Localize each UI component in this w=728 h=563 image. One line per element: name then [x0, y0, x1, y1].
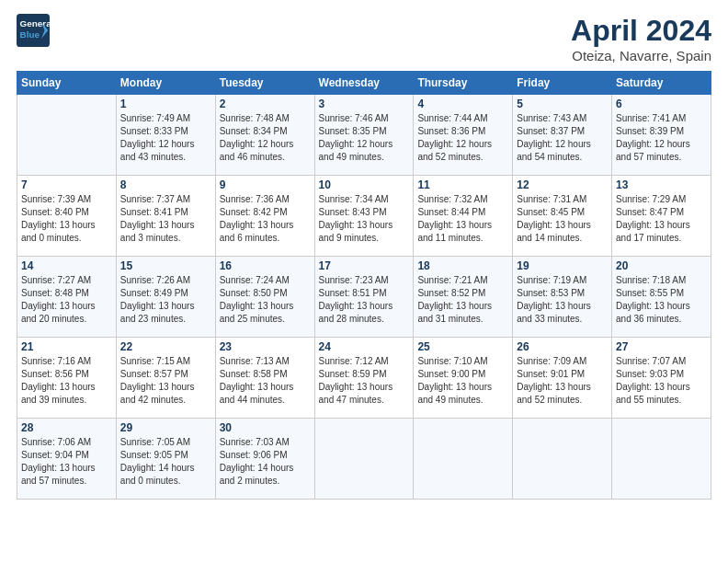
day-number: 24 [319, 340, 410, 353]
cell-1-1 [17, 95, 117, 176]
day-info: Sunrise: 7:18 AMSunset: 8:55 PMDaylight:… [616, 274, 707, 326]
day-number: 19 [517, 259, 608, 272]
title-area: April 2024 Oteiza, Navarre, Spain [571, 14, 711, 63]
day-info: Sunrise: 7:26 AMSunset: 8:49 PMDaylight:… [120, 274, 211, 326]
cell-1-6: 5Sunrise: 7:43 AMSunset: 8:37 PMDaylight… [513, 95, 612, 176]
cell-3-6: 19Sunrise: 7:19 AMSunset: 8:53 PMDayligh… [513, 257, 612, 338]
month-title: April 2024 [571, 14, 711, 48]
day-info: Sunrise: 7:15 AMSunset: 8:57 PMDaylight:… [120, 355, 211, 407]
day-number: 18 [417, 259, 508, 272]
day-number: 20 [616, 259, 707, 272]
day-info: Sunrise: 7:24 AMSunset: 8:50 PMDaylight:… [220, 274, 311, 326]
day-number: 26 [517, 340, 608, 353]
cell-3-7: 20Sunrise: 7:18 AMSunset: 8:55 PMDayligh… [612, 257, 711, 338]
day-info: Sunrise: 7:46 AMSunset: 8:35 PMDaylight:… [319, 112, 410, 164]
cell-2-1: 7Sunrise: 7:39 AMSunset: 8:40 PMDaylight… [17, 176, 117, 257]
cell-3-1: 14Sunrise: 7:27 AMSunset: 8:48 PMDayligh… [17, 257, 117, 338]
day-number: 30 [220, 421, 311, 434]
day-number: 6 [616, 98, 707, 110]
logo: General Blue [17, 14, 53, 47]
day-info: Sunrise: 7:21 AMSunset: 8:52 PMDaylight:… [417, 274, 508, 326]
day-number: 27 [616, 340, 707, 353]
day-info: Sunrise: 7:06 AMSunset: 9:04 PMDaylight:… [21, 436, 112, 488]
day-info: Sunrise: 7:41 AMSunset: 8:39 PMDaylight:… [616, 112, 707, 164]
day-number: 29 [120, 421, 211, 434]
day-number: 4 [417, 98, 508, 110]
cell-5-3: 30Sunrise: 7:03 AMSunset: 9:06 PMDayligh… [215, 419, 314, 500]
col-sunday: Sunday [17, 72, 117, 95]
calendar-table: Sunday Monday Tuesday Wednesday Thursday… [17, 71, 711, 500]
week-row-5: 28Sunrise: 7:06 AMSunset: 9:04 PMDayligh… [17, 419, 711, 500]
col-thursday: Thursday [414, 72, 513, 95]
cell-5-5 [414, 419, 513, 500]
day-info: Sunrise: 7:48 AMSunset: 8:34 PMDaylight:… [220, 112, 311, 164]
day-number: 22 [120, 340, 211, 353]
day-info: Sunrise: 7:10 AMSunset: 9:00 PMDaylight:… [417, 355, 508, 407]
day-number: 14 [21, 259, 112, 272]
cell-1-4: 3Sunrise: 7:46 AMSunset: 8:35 PMDaylight… [314, 95, 414, 176]
cell-4-4: 24Sunrise: 7:12 AMSunset: 8:59 PMDayligh… [314, 338, 414, 419]
col-wednesday: Wednesday [314, 72, 414, 95]
day-info: Sunrise: 7:12 AMSunset: 8:59 PMDaylight:… [319, 355, 410, 407]
day-info: Sunrise: 7:39 AMSunset: 8:40 PMDaylight:… [21, 193, 112, 245]
calendar-page: General Blue April 2024 Oteiza, Navarre,… [0, 0, 728, 563]
day-info: Sunrise: 7:36 AMSunset: 8:42 PMDaylight:… [220, 193, 311, 245]
cell-1-2: 1Sunrise: 7:49 AMSunset: 8:33 PMDaylight… [116, 95, 215, 176]
day-info: Sunrise: 7:43 AMSunset: 8:37 PMDaylight:… [517, 112, 608, 164]
cell-5-2: 29Sunrise: 7:05 AMSunset: 9:05 PMDayligh… [116, 419, 215, 500]
day-number: 16 [220, 259, 311, 272]
cell-4-3: 23Sunrise: 7:13 AMSunset: 8:58 PMDayligh… [215, 338, 314, 419]
day-number: 25 [417, 340, 508, 353]
cell-1-5: 4Sunrise: 7:44 AMSunset: 8:36 PMDaylight… [414, 95, 513, 176]
day-number: 9 [220, 178, 311, 191]
day-number: 1 [120, 98, 211, 110]
day-info: Sunrise: 7:49 AMSunset: 8:33 PMDaylight:… [120, 112, 211, 164]
logo-icon: General Blue [17, 14, 50, 47]
day-info: Sunrise: 7:29 AMSunset: 8:47 PMDaylight:… [616, 193, 707, 245]
week-row-4: 21Sunrise: 7:16 AMSunset: 8:56 PMDayligh… [17, 338, 711, 419]
day-number: 10 [319, 178, 410, 191]
day-info: Sunrise: 7:27 AMSunset: 8:48 PMDaylight:… [21, 274, 112, 326]
day-number: 17 [319, 259, 410, 272]
day-number: 28 [21, 421, 112, 434]
cell-4-1: 21Sunrise: 7:16 AMSunset: 8:56 PMDayligh… [17, 338, 117, 419]
cell-2-6: 12Sunrise: 7:31 AMSunset: 8:45 PMDayligh… [513, 176, 612, 257]
cell-5-6 [513, 419, 612, 500]
location: Oteiza, Navarre, Spain [571, 48, 711, 63]
day-number: 3 [319, 98, 410, 110]
cell-3-4: 17Sunrise: 7:23 AMSunset: 8:51 PMDayligh… [314, 257, 414, 338]
cell-1-3: 2Sunrise: 7:48 AMSunset: 8:34 PMDaylight… [215, 95, 314, 176]
day-number: 12 [517, 178, 608, 191]
day-number: 2 [220, 98, 311, 110]
day-number: 15 [120, 259, 211, 272]
cell-4-5: 25Sunrise: 7:10 AMSunset: 9:00 PMDayligh… [414, 338, 513, 419]
day-number: 5 [517, 98, 608, 110]
day-number: 21 [21, 340, 112, 353]
day-info: Sunrise: 7:19 AMSunset: 8:53 PMDaylight:… [517, 274, 608, 326]
day-info: Sunrise: 7:09 AMSunset: 9:01 PMDaylight:… [517, 355, 608, 407]
day-info: Sunrise: 7:23 AMSunset: 8:51 PMDaylight:… [319, 274, 410, 326]
day-number: 23 [220, 340, 311, 353]
svg-text:Blue: Blue [20, 29, 40, 40]
cell-2-5: 11Sunrise: 7:32 AMSunset: 8:44 PMDayligh… [414, 176, 513, 257]
header: General Blue April 2024 Oteiza, Navarre,… [17, 14, 711, 63]
cell-2-7: 13Sunrise: 7:29 AMSunset: 8:47 PMDayligh… [612, 176, 711, 257]
cell-5-4 [314, 419, 414, 500]
day-info: Sunrise: 7:32 AMSunset: 8:44 PMDaylight:… [417, 193, 508, 245]
day-number: 11 [417, 178, 508, 191]
week-row-3: 14Sunrise: 7:27 AMSunset: 8:48 PMDayligh… [17, 257, 711, 338]
col-friday: Friday [513, 72, 612, 95]
day-number: 7 [21, 178, 112, 191]
day-number: 8 [120, 178, 211, 191]
cell-5-7 [612, 419, 711, 500]
day-info: Sunrise: 7:03 AMSunset: 9:06 PMDaylight:… [220, 436, 311, 488]
col-tuesday: Tuesday [215, 72, 314, 95]
week-row-1: 1Sunrise: 7:49 AMSunset: 8:33 PMDaylight… [17, 95, 711, 176]
day-info: Sunrise: 7:05 AMSunset: 9:05 PMDaylight:… [120, 436, 211, 488]
cell-2-3: 9Sunrise: 7:36 AMSunset: 8:42 PMDaylight… [215, 176, 314, 257]
day-info: Sunrise: 7:34 AMSunset: 8:43 PMDaylight:… [319, 193, 410, 245]
day-info: Sunrise: 7:13 AMSunset: 8:58 PMDaylight:… [220, 355, 311, 407]
cell-4-2: 22Sunrise: 7:15 AMSunset: 8:57 PMDayligh… [116, 338, 215, 419]
cell-3-2: 15Sunrise: 7:26 AMSunset: 8:49 PMDayligh… [116, 257, 215, 338]
day-info: Sunrise: 7:37 AMSunset: 8:41 PMDaylight:… [120, 193, 211, 245]
